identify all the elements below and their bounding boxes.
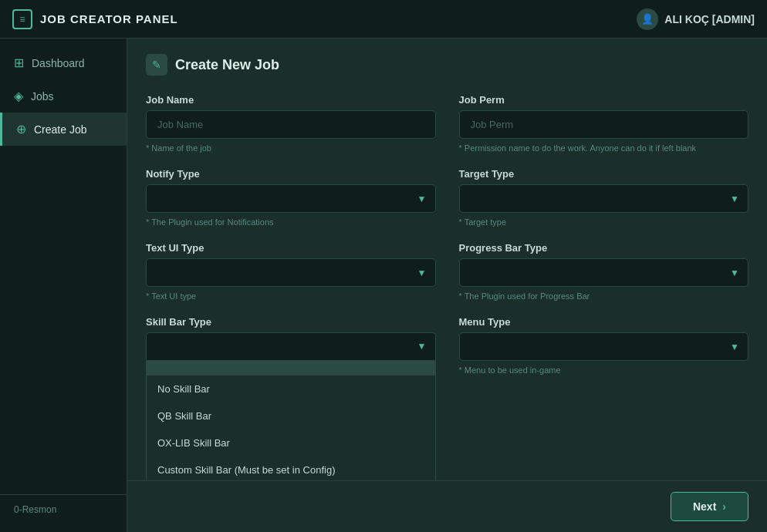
sidebar-item-label: Dashboard — [32, 57, 85, 69]
sidebar: ⊞ Dashboard ◈ Jobs ⊕ Create Job 0-Resmon — [0, 39, 127, 532]
target-type-label: Target Type — [459, 168, 749, 180]
progress-bar-label: Progress Bar Type — [459, 242, 749, 254]
job-name-input[interactable] — [146, 110, 436, 139]
skill-bar-select[interactable] — [146, 332, 436, 360]
progress-bar-hint: * The Plugin used for Progress Bar — [459, 291, 749, 301]
skill-bar-label: Skill Bar Type — [146, 316, 436, 328]
sidebar-item-label: Jobs — [31, 90, 54, 103]
main-content: ✎ Create New Job Job Name * Name of the … — [127, 39, 767, 480]
menu-type-hint: * Menu to be used in-game — [459, 365, 749, 375]
app-icon: ≡ — [12, 9, 32, 29]
sidebar-item-jobs[interactable]: ◈ Jobs — [0, 79, 127, 113]
notify-type-wrapper: ▼ — [146, 184, 436, 213]
header-left: ≡ JOB CREATOR PANEL — [12, 9, 178, 29]
create-job-icon: ⊕ — [16, 122, 26, 136]
target-type-group: Target Type ▼ * Target type — [459, 168, 749, 227]
user-info: 👤 ALI KOÇ [ADMIN] — [637, 8, 755, 30]
notify-type-group: Notify Type ▼ * The Plugin used for Noti… — [146, 168, 436, 227]
user-avatar: 👤 — [637, 8, 658, 30]
target-type-hint: * Target type — [459, 217, 749, 227]
sidebar-footer: 0-Resmon — [0, 494, 127, 524]
job-perm-group: Job Perm * Permission name to do the wor… — [459, 94, 749, 153]
sidebar-item-create-job[interactable]: ⊕ Create Job — [0, 113, 127, 146]
target-type-select[interactable] — [459, 184, 749, 213]
skill-bar-group: Skill Bar Type ▼ No Skill Bar QB Skill B… — [146, 316, 436, 375]
skill-bar-option-oxlib[interactable]: OX-LIB Skill Bar — [147, 429, 435, 456]
skill-bar-option-no-skill[interactable]: No Skill Bar — [147, 375, 435, 402]
header: ≡ JOB CREATOR PANEL 👤 ALI KOÇ [ADMIN] — [0, 0, 767, 39]
progress-bar-select[interactable] — [459, 258, 749, 287]
menu-type-select[interactable] — [459, 332, 749, 361]
skill-bar-option-custom[interactable]: Custom Skill Bar (Must be set in Config) — [147, 456, 435, 480]
page-title: Create New Job — [175, 57, 279, 73]
notify-type-label: Notify Type — [146, 168, 436, 180]
text-ui-select[interactable] — [146, 258, 436, 287]
next-button[interactable]: Next › — [671, 492, 748, 521]
job-perm-hint: * Permission name to do the work. Anyone… — [459, 143, 749, 153]
text-ui-group: Text UI Type ▼ * Text UI type — [146, 242, 436, 301]
next-button-label: Next — [693, 500, 716, 513]
notify-type-hint: * The Plugin used for Notifications — [146, 217, 436, 227]
text-ui-wrapper: ▼ — [146, 258, 436, 287]
notify-type-select[interactable] — [146, 184, 436, 213]
sidebar-item-dashboard[interactable]: ⊞ Dashboard — [0, 46, 127, 79]
job-name-label: Job Name — [146, 94, 436, 106]
menu-type-group: Menu Type ▼ * Menu to be used in-game — [459, 316, 749, 375]
skill-bar-option-empty[interactable] — [147, 360, 435, 375]
job-name-hint: * Name of the job — [146, 143, 436, 153]
sidebar-item-label: Create Job — [34, 123, 86, 136]
form: Job Name * Name of the job Job Perm * Pe… — [146, 94, 748, 375]
menu-type-label: Menu Type — [459, 316, 749, 328]
app-title: JOB CREATOR PANEL — [40, 12, 178, 25]
main-layout: ⊞ Dashboard ◈ Jobs ⊕ Create Job 0-Resmon… — [0, 39, 767, 532]
menu-type-wrapper: ▼ — [459, 332, 749, 361]
bottom-bar: Next › — [127, 480, 767, 532]
skill-bar-dropdown: No Skill Bar QB Skill Bar OX-LIB Skill B… — [146, 360, 436, 480]
job-perm-input[interactable] — [459, 110, 749, 139]
dashboard-icon: ⊞ — [14, 56, 24, 70]
text-ui-label: Text UI Type — [146, 242, 436, 254]
progress-bar-wrapper: ▼ — [459, 258, 749, 287]
user-name: ALI KOÇ [ADMIN] — [664, 13, 755, 25]
job-name-group: Job Name * Name of the job — [146, 94, 436, 153]
skill-bar-select-wrapper: ▼ — [146, 332, 436, 360]
page-header: ✎ Create New Job — [146, 54, 748, 76]
text-ui-hint: * Text UI type — [146, 291, 436, 301]
jobs-icon: ◈ — [14, 89, 23, 103]
page-header-icon: ✎ — [146, 54, 167, 76]
job-perm-label: Job Perm — [459, 94, 749, 106]
skill-bar-option-qb[interactable]: QB Skill Bar — [147, 402, 435, 429]
skill-bar-wrapper: ▼ No Skill Bar QB Skill Bar OX-LIB Skill… — [146, 332, 436, 360]
next-arrow-icon: › — [722, 500, 726, 513]
progress-bar-group: Progress Bar Type ▼ * The Plugin used fo… — [459, 242, 749, 301]
target-type-wrapper: ▼ — [459, 184, 749, 213]
